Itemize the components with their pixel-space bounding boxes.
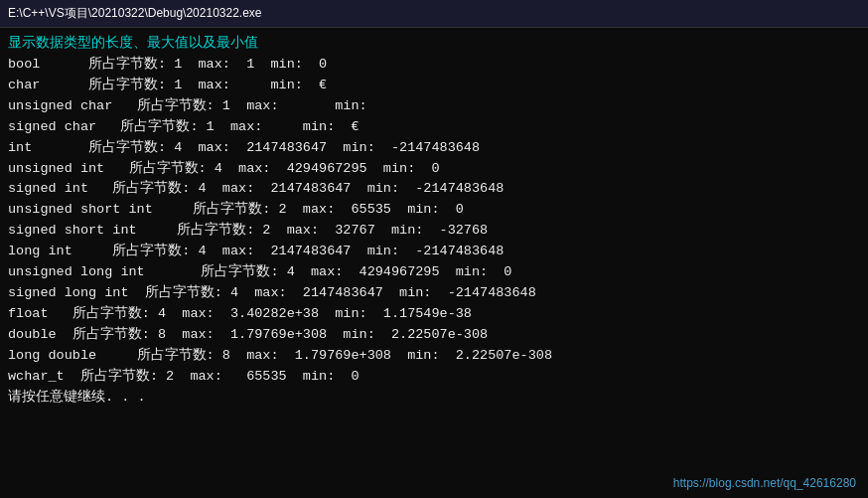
title-text: E:\C++\VS项目\20210322\Debug\20210322.exe	[8, 5, 262, 22]
console-line: signed char 所占字节数: 1 max: min: €	[8, 117, 860, 138]
console-line: unsigned int 所占字节数: 4 max: 4294967295 mi…	[8, 159, 860, 180]
console-line: double 所占字节数: 8 max: 1.79769e+308 min: 2…	[8, 325, 860, 346]
console-line: long int 所占字节数: 4 max: 2147483647 min: -…	[8, 242, 860, 262]
watermark: https://blog.csdn.net/qq_42616280	[673, 476, 856, 490]
console-line: wchar_t 所占字节数: 2 max: 65535 min: 0	[8, 367, 860, 388]
console-line: int 所占字节数: 4 max: 2147483647 min: -21474…	[8, 138, 860, 159]
title-bar: E:\C++\VS项目\20210322\Debug\20210322.exe	[0, 0, 868, 28]
console-line: signed int 所占字节数: 4 max: 2147483647 min:…	[8, 179, 860, 200]
console-line: signed long int 所占字节数: 4 max: 2147483647…	[8, 283, 860, 304]
console-line: bool 所占字节数: 1 max: 1 min: 0	[8, 55, 860, 76]
console-line: float 所占字节数: 4 max: 3.40282e+38 min: 1.1…	[8, 304, 860, 325]
console-line: unsigned short int 所占字节数: 2 max: 65535 m…	[8, 200, 860, 221]
console-line: unsigned long int 所占字节数: 4 max: 42949672…	[8, 262, 860, 283]
console-line: 显示数据类型的长度、最大值以及最小值	[8, 34, 860, 55]
console-window: 显示数据类型的长度、最大值以及最小值bool 所占字节数: 1 max: 1 m…	[0, 28, 868, 498]
console-line: char 所占字节数: 1 max: min: €	[8, 76, 860, 96]
console-line: unsigned char 所占字节数: 1 max: min:	[8, 96, 860, 117]
console-line: 请按任意键继续. . .	[8, 388, 860, 409]
console-line: signed short int 所占字节数: 2 max: 32767 min…	[8, 221, 860, 242]
console-line: long double 所占字节数: 8 max: 1.79769e+308 m…	[8, 346, 860, 367]
